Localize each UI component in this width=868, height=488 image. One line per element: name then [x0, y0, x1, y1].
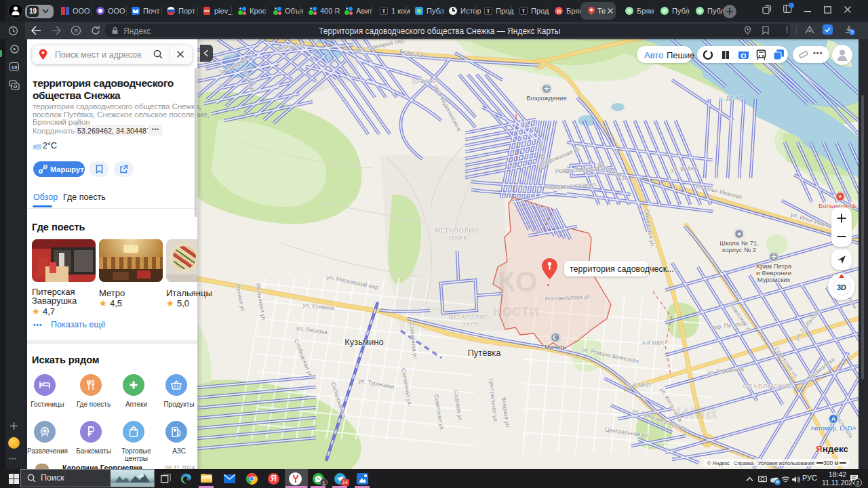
svg-text:Я: Я	[74, 28, 78, 34]
svg-text:КО: КО	[498, 266, 537, 298]
svg-text:има: има	[676, 399, 717, 424]
svg-text:ности: ности	[492, 301, 539, 319]
